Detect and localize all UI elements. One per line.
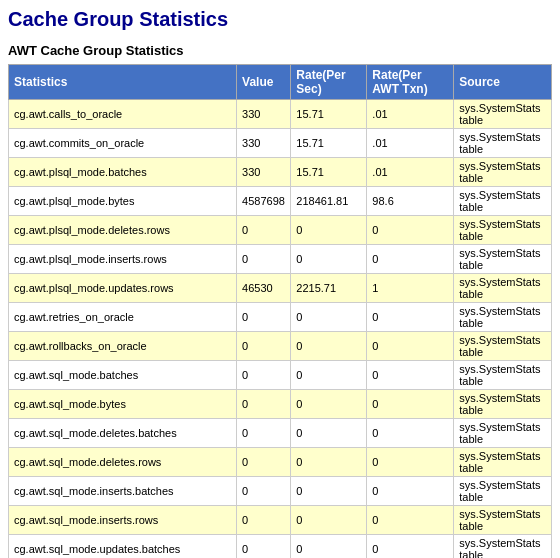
table-cell: 0: [291, 390, 367, 419]
table-cell: cg.awt.sql_mode.inserts.batches: [9, 477, 237, 506]
table-cell: cg.awt.plsql_mode.inserts.rows: [9, 245, 237, 274]
table-cell: 15.71: [291, 129, 367, 158]
table-cell: 0: [367, 332, 454, 361]
table-row: cg.awt.sql_mode.deletes.rows000sys.Syste…: [9, 448, 552, 477]
statistics-table: Statistics Value Rate(Per Sec) Rate(Per …: [8, 64, 552, 558]
table-cell: cg.awt.commits_on_oracle: [9, 129, 237, 158]
table-cell: 0: [367, 245, 454, 274]
table-cell: 0: [367, 506, 454, 535]
table-cell: 0: [367, 361, 454, 390]
table-cell: 0: [237, 448, 291, 477]
table-row: cg.awt.plsql_mode.deletes.rows000sys.Sys…: [9, 216, 552, 245]
table-cell: cg.awt.retries_on_oracle: [9, 303, 237, 332]
table-cell: sys.SystemStats table: [454, 390, 552, 419]
table-cell: 218461.81: [291, 187, 367, 216]
table-cell: sys.SystemStats table: [454, 448, 552, 477]
table-row: cg.awt.sql_mode.bytes000sys.SystemStats …: [9, 390, 552, 419]
table-cell: 1: [367, 274, 454, 303]
table-cell: cg.awt.calls_to_oracle: [9, 100, 237, 129]
table-cell: 0: [367, 448, 454, 477]
table-cell: 0: [237, 245, 291, 274]
table-row: cg.awt.plsql_mode.bytes4587698218461.819…: [9, 187, 552, 216]
table-cell: 0: [237, 361, 291, 390]
table-cell: sys.SystemStats table: [454, 419, 552, 448]
header-statistics: Statistics: [9, 65, 237, 100]
table-row: cg.awt.sql_mode.batches000sys.SystemStat…: [9, 361, 552, 390]
table-row: cg.awt.rollbacks_on_oracle000sys.SystemS…: [9, 332, 552, 361]
table-cell: cg.awt.sql_mode.deletes.rows: [9, 448, 237, 477]
table-row: cg.awt.sql_mode.updates.batches000sys.Sy…: [9, 535, 552, 559]
table-row: cg.awt.sql_mode.inserts.batches000sys.Sy…: [9, 477, 552, 506]
table-cell: cg.awt.sql_mode.inserts.rows: [9, 506, 237, 535]
table-cell: 0: [237, 419, 291, 448]
table-cell: sys.SystemStats table: [454, 477, 552, 506]
table-cell: cg.awt.sql_mode.deletes.batches: [9, 419, 237, 448]
table-cell: 0: [237, 506, 291, 535]
table-cell: sys.SystemStats table: [454, 129, 552, 158]
table-cell: 0: [291, 535, 367, 559]
table-row: cg.awt.sql_mode.deletes.batches000sys.Sy…: [9, 419, 552, 448]
table-cell: cg.awt.plsql_mode.updates.rows: [9, 274, 237, 303]
table-cell: sys.SystemStats table: [454, 535, 552, 559]
table-cell: .01: [367, 100, 454, 129]
table-cell: cg.awt.rollbacks_on_oracle: [9, 332, 237, 361]
table-cell: 4587698: [237, 187, 291, 216]
table-cell: 0: [367, 303, 454, 332]
table-cell: 0: [367, 419, 454, 448]
table-cell: sys.SystemStats table: [454, 332, 552, 361]
table-cell: sys.SystemStats table: [454, 303, 552, 332]
table-cell: cg.awt.plsql_mode.batches: [9, 158, 237, 187]
table-cell: 0: [367, 535, 454, 559]
table-cell: 0: [237, 535, 291, 559]
table-cell: 0: [291, 303, 367, 332]
table-cell: 0: [237, 303, 291, 332]
table-cell: cg.awt.sql_mode.bytes: [9, 390, 237, 419]
table-cell: sys.SystemStats table: [454, 506, 552, 535]
table-cell: sys.SystemStats table: [454, 216, 552, 245]
table-cell: .01: [367, 158, 454, 187]
table-cell: 0: [367, 216, 454, 245]
table-cell: 98.6: [367, 187, 454, 216]
table-cell: cg.awt.plsql_mode.bytes: [9, 187, 237, 216]
table-row: cg.awt.plsql_mode.updates.rows465302215.…: [9, 274, 552, 303]
page-title: Cache Group Statistics: [8, 8, 552, 31]
table-cell: sys.SystemStats table: [454, 100, 552, 129]
table-cell: sys.SystemStats table: [454, 361, 552, 390]
table-cell: sys.SystemStats table: [454, 187, 552, 216]
header-source: Source: [454, 65, 552, 100]
table-cell: cg.awt.sql_mode.batches: [9, 361, 237, 390]
table-cell: 330: [237, 158, 291, 187]
table-row: cg.awt.commits_on_oracle33015.71.01sys.S…: [9, 129, 552, 158]
table-cell: cg.awt.plsql_mode.deletes.rows: [9, 216, 237, 245]
table-cell: 0: [291, 419, 367, 448]
table-cell: sys.SystemStats table: [454, 158, 552, 187]
table-cell: 15.71: [291, 158, 367, 187]
table-cell: 0: [367, 477, 454, 506]
table-cell: 0: [291, 448, 367, 477]
table-cell: 0: [237, 477, 291, 506]
table-cell: sys.SystemStats table: [454, 274, 552, 303]
table-cell: cg.awt.sql_mode.updates.batches: [9, 535, 237, 559]
table-cell: 0: [291, 361, 367, 390]
header-value: Value: [237, 65, 291, 100]
table-cell: 2215.71: [291, 274, 367, 303]
table-cell: 0: [291, 506, 367, 535]
table-cell: sys.SystemStats table: [454, 245, 552, 274]
table-row: cg.awt.plsql_mode.inserts.rows000sys.Sys…: [9, 245, 552, 274]
table-cell: 0: [291, 216, 367, 245]
table-cell: 330: [237, 100, 291, 129]
table-row: cg.awt.retries_on_oracle000sys.SystemSta…: [9, 303, 552, 332]
header-rate-per-sec: Rate(Per Sec): [291, 65, 367, 100]
table-cell: 0: [237, 332, 291, 361]
header-rate-per-awt: Rate(Per AWT Txn): [367, 65, 454, 100]
table-cell: 0: [237, 390, 291, 419]
table-cell: 0: [237, 216, 291, 245]
table-cell: 15.71: [291, 100, 367, 129]
section-subtitle: AWT Cache Group Statistics: [8, 43, 552, 58]
table-cell: 0: [291, 477, 367, 506]
table-row: cg.awt.calls_to_oracle33015.71.01sys.Sys…: [9, 100, 552, 129]
table-row: cg.awt.sql_mode.inserts.rows000sys.Syste…: [9, 506, 552, 535]
table-cell: .01: [367, 129, 454, 158]
table-cell: 0: [291, 332, 367, 361]
table-cell: 330: [237, 129, 291, 158]
